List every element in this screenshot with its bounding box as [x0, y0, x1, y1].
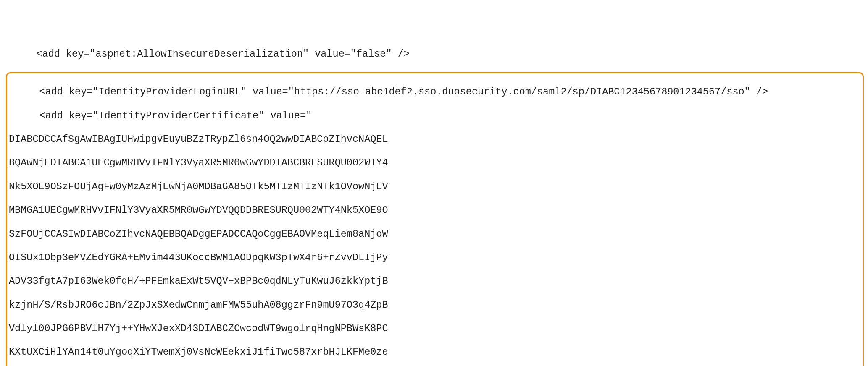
code-line: DIABCDCCAfSgAwIBAgIUHwipgvEuyuBZzTRypZl6…: [7, 133, 863, 145]
code-line: Nk5XOE9OSzFOUjAgFw0yMzAzMjEwNjA0MDBaGA85…: [7, 181, 863, 193]
highlighted-config-block: <add key="IdentityProviderLoginURL" valu…: [6, 72, 864, 366]
code-line: MBMGA1UECgwMRHVvIFNlY3VyaXR5MR0wGwYDVQQD…: [7, 204, 863, 216]
code-line: OISUx1Obp3eMVZEdYGRA+EMvim443UKoccBWM1AO…: [7, 252, 863, 264]
code-line: <add key="aspnet:AllowInsecureDeserializ…: [4, 48, 868, 60]
code-line: SzFOUjCCASIwDIABCoZIhvcNAQEBBQADggEPADCC…: [7, 228, 863, 240]
code-line: <add key="IdentityProviderCertificate" v…: [7, 110, 863, 122]
code-line: kzjnH/S/RsbJRO6cJBn/2ZpJxSXedwCnmjamFMW5…: [7, 299, 863, 311]
code-line: <add key="IdentityProviderLoginURL" valu…: [7, 86, 863, 98]
code-line: Vdlyl00JPG6PBVlH7Yj++YHwXJexXD43DIABCZCw…: [7, 323, 863, 335]
code-line: ADV33fgtA7pI63Wek0fqH/+PFEmkaExWt5VQV+xB…: [7, 275, 863, 287]
code-line: BQAwNjEDIABCA1UECgwMRHVvIFNlY3VyaXR5MR0w…: [7, 157, 863, 169]
code-line: KXtUXCiHlYAn14t0uYgoqXiYTwemXj0VsNcWEekx…: [7, 346, 863, 358]
